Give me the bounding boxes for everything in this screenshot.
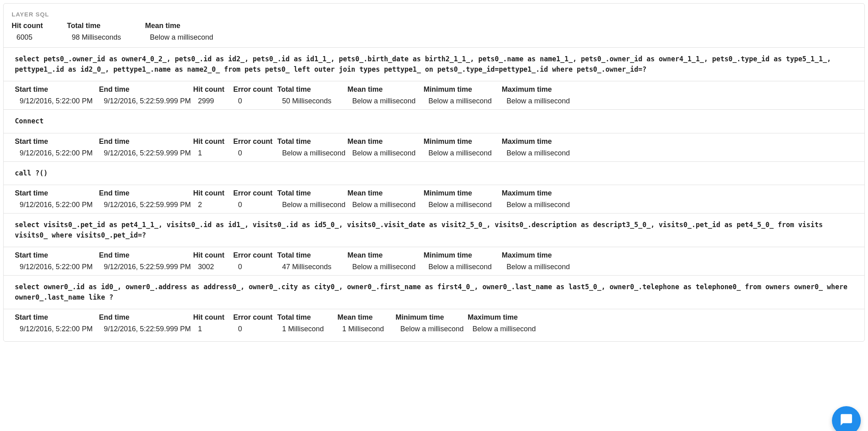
metric-hit-count-value: 3002 [193,263,233,271]
metric-hit-count-value: 1 [193,149,233,157]
metric-total-time-value: 50 Milliseconds [277,97,347,105]
metric-total-time-label: Total time [277,313,337,322]
metric-total-time-value: Below a millisecond [277,201,347,209]
summary-mean-time-label: Mean time [145,22,213,30]
metric-minimum-time-value: Below a millisecond [424,149,502,157]
metric-total-time-value: Below a millisecond [277,149,347,157]
metric-maximum-time: Maximum timeBelow a millisecond [502,133,578,161]
metric-maximum-time-value: Below a millisecond [468,325,544,333]
metrics-row: Start time9/12/2016, 5:22:00 PMEnd time9… [4,133,864,161]
summary-total-time-value: 98 Milliseconds [67,33,121,42]
metric-hit-count-value: 1 [193,325,233,333]
metric-minimum-time-label: Minimum time [424,85,502,94]
metric-end-time-value: 9/12/2016, 5:22:59.999 PM [99,201,193,209]
metric-mean-time-value: Below a millisecond [347,149,424,157]
metric-error-count-label: Error count [233,85,277,94]
metric-error-count-label: Error count [233,189,277,197]
metric-start-time-value: 9/12/2016, 5:22:00 PM [15,97,99,105]
metric-error-count-label: Error count [233,313,277,322]
metrics-row: Start time9/12/2016, 5:22:00 PMEnd time9… [4,247,864,275]
metric-minimum-time-value: Below a millisecond [424,97,502,105]
metric-total-time-value: 47 Milliseconds [277,263,347,271]
metric-mean-time: Mean timeBelow a millisecond [347,81,424,109]
metric-start-time: Start time9/12/2016, 5:22:00 PM [15,81,99,109]
metric-end-time-label: End time [99,189,193,197]
metric-start-time: Start time9/12/2016, 5:22:00 PM [15,133,99,161]
metric-hit-count: Hit count2999 [193,81,233,109]
metric-maximum-time: Maximum timeBelow a millisecond [502,185,578,213]
metric-minimum-time-label: Minimum time [424,189,502,197]
metric-start-time-value: 9/12/2016, 5:22:00 PM [15,325,99,333]
metric-maximum-time-label: Maximum time [468,313,544,322]
metric-maximum-time-label: Maximum time [502,137,578,146]
metric-error-count-value: 0 [233,263,277,271]
metric-total-time: Total timeBelow a millisecond [277,133,347,161]
metric-error-count: Error count0 [233,81,277,109]
sql-statement: select pets0_.owner_id as owner4_0_2_, p… [4,48,864,81]
metric-error-count-value: 0 [233,325,277,333]
metric-total-time: Total time1 Millisecond [277,309,337,337]
metrics-row: Start time9/12/2016, 5:22:00 PMEnd time9… [4,81,864,109]
metric-maximum-time-value: Below a millisecond [502,149,578,157]
metric-total-time-label: Total time [277,189,347,197]
metric-hit-count-value: 2 [193,201,233,209]
metric-mean-time-value: 1 Millisecond [337,325,396,333]
sql-block: select pets0_.owner_id as owner4_0_2_, p… [4,47,864,109]
summary-hit-count-label: Hit count [12,22,43,30]
metric-minimum-time-label: Minimum time [424,251,502,260]
metric-start-time-value: 9/12/2016, 5:22:00 PM [15,263,99,271]
metric-maximum-time: Maximum timeBelow a millisecond [468,309,544,337]
metric-error-count-value: 0 [233,201,277,209]
metrics-row: Start time9/12/2016, 5:22:00 PMEnd time9… [4,309,864,337]
metric-start-time: Start time9/12/2016, 5:22:00 PM [15,185,99,213]
summary-mean-time-value: Below a millisecond [145,33,213,42]
metric-start-time-label: Start time [15,251,99,260]
metric-minimum-time-value: Below a millisecond [396,325,468,333]
metric-total-time: Total time47 Milliseconds [277,247,347,275]
metric-mean-time: Mean timeBelow a millisecond [347,247,424,275]
metric-total-time-label: Total time [277,137,347,146]
metric-minimum-time: Minimum timeBelow a millisecond [424,185,502,213]
metric-end-time-label: End time [99,85,193,94]
metric-mean-time-label: Mean time [347,85,424,94]
metric-mean-time-value: Below a millisecond [347,201,424,209]
metric-total-time-value: 1 Millisecond [277,325,337,333]
metric-mean-time-label: Mean time [347,189,424,197]
metric-total-time: Total timeBelow a millisecond [277,185,347,213]
metric-end-time: End time9/12/2016, 5:22:59.999 PM [99,185,193,213]
metric-start-time: Start time9/12/2016, 5:22:00 PM [15,309,99,337]
metrics-row: Start time9/12/2016, 5:22:00 PMEnd time9… [4,185,864,213]
metric-maximum-time: Maximum timeBelow a millisecond [502,247,578,275]
metric-hit-count: Hit count2 [193,185,233,213]
metric-minimum-time: Minimum timeBelow a millisecond [424,247,502,275]
metric-start-time: Start time9/12/2016, 5:22:00 PM [15,247,99,275]
sql-block: select owner0_.id as id0_, owner0_.addre… [4,275,864,337]
summary-mean-time: Mean time Below a millisecond [145,22,213,42]
summary-row: Hit count 6005 Total time 98 Millisecond… [4,22,864,47]
metric-minimum-time: Minimum timeBelow a millisecond [424,81,502,109]
metric-minimum-time: Minimum timeBelow a millisecond [424,133,502,161]
metric-mean-time-label: Mean time [347,137,424,146]
metric-error-count-value: 0 [233,149,277,157]
panel-title: LAYER SQL [4,4,864,22]
summary-total-time: Total time 98 Milliseconds [67,22,121,42]
metric-error-count: Error count0 [233,247,277,275]
metric-maximum-time: Maximum timeBelow a millisecond [502,81,578,109]
metric-start-time-label: Start time [15,85,99,94]
summary-hit-count: Hit count 6005 [12,22,43,42]
metric-hit-count-label: Hit count [193,251,233,260]
metric-mean-time: Mean timeBelow a millisecond [347,185,424,213]
metric-hit-count-label: Hit count [193,313,233,322]
metric-end-time-value: 9/12/2016, 5:22:59.999 PM [99,149,193,157]
metric-error-count-label: Error count [233,137,277,146]
metric-end-time-label: End time [99,137,193,146]
metric-maximum-time-value: Below a millisecond [502,263,578,271]
metric-end-time-label: End time [99,251,193,260]
metric-mean-time-label: Mean time [337,313,396,322]
metric-end-time-value: 9/12/2016, 5:22:59.999 PM [99,263,193,271]
summary-hit-count-value: 6005 [12,33,43,42]
metric-end-time: End time9/12/2016, 5:22:59.999 PM [99,81,193,109]
metric-end-time-label: End time [99,313,193,322]
sql-statement: select owner0_.id as id0_, owner0_.addre… [4,276,864,309]
metric-minimum-time-label: Minimum time [424,137,502,146]
